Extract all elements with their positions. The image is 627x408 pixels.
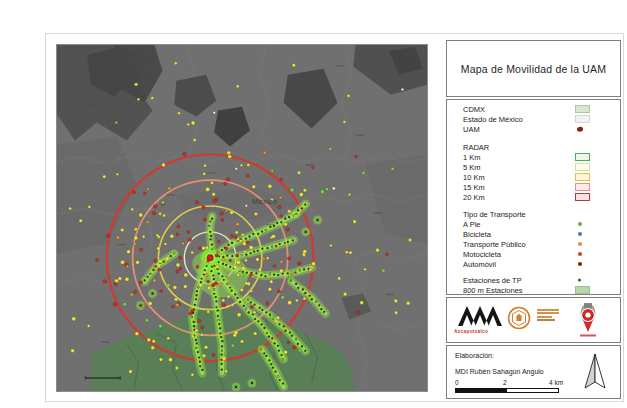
legend-label: Estado de México <box>463 115 523 124</box>
legend-item-a-pie: A Pie <box>447 219 620 229</box>
a-pie-swatch <box>578 222 582 226</box>
mobility-map: México <box>57 45 427 391</box>
lab-emblem-icon <box>507 306 531 330</box>
bicicleta-swatch <box>578 232 582 236</box>
legend-item-radar-15km: 15 Km <box>447 182 620 192</box>
legend-box: CDMX Estado de México UAM RADAR 1 Km 5 K… <box>446 99 621 295</box>
legend-item-transporte-publico: Transporte Público <box>447 239 620 249</box>
legend-item-radar-10km: 10 Km <box>447 172 620 182</box>
north-arrow-icon <box>582 352 608 392</box>
legend-item-motocicleta: Motocicleta <box>447 249 620 259</box>
estaciones-tp-swatch <box>578 279 581 282</box>
uam-logo <box>457 304 503 328</box>
elaboration-box: Elaboración: MDI Rubén Sahagún Angulo 0 … <box>446 345 621 399</box>
map-city-label: México <box>252 197 277 206</box>
motocicleta-swatch <box>578 252 582 256</box>
legend-item-radar-5km: 5 Km <box>447 162 620 172</box>
legend-item-edomex: Estado de México <box>447 114 620 124</box>
legend-item-radar-20km: 20 Km <box>447 192 620 202</box>
legend-header-radar: RADAR <box>447 142 620 152</box>
legend-item-uam: UAM <box>447 124 620 134</box>
radar-5km-swatch <box>575 163 590 171</box>
scale-label-mid: 2 <box>503 379 507 386</box>
transporte-publico-swatch <box>578 242 582 246</box>
scale-label-end: 4 km <box>549 379 563 386</box>
radar-20km-swatch <box>575 193 590 201</box>
legend-header-transport: Tipo de Transporte <box>447 209 620 219</box>
legend-item-automovil: Automóvil <box>447 259 620 269</box>
estaciones-buffer-swatch <box>575 286 590 294</box>
automovil-swatch <box>578 262 582 266</box>
map-canvas: México <box>56 44 428 392</box>
legend-item-cdmx: CDMX <box>447 104 620 114</box>
edomex-swatch <box>575 115 590 123</box>
location-pin-logo <box>575 301 601 339</box>
logos-box: Azcapotzalco <box>446 297 621 343</box>
elaboration-heading: Elaboración: <box>455 352 494 359</box>
uam-marker-swatch <box>577 127 583 132</box>
page-title: Mapa de Movilidad de la UAM <box>461 63 606 75</box>
map-title-box: Mapa de Movilidad de la UAM <box>446 40 621 97</box>
radar-10km-swatch <box>575 173 590 181</box>
legend-item-800m-estaciones: 800 m Estaciones <box>447 285 620 295</box>
scale-bar: 0 2 4 km <box>455 379 567 395</box>
scale-segment-empty <box>507 388 559 393</box>
cdmx-swatch <box>575 105 590 113</box>
legend-item-estaciones-tp: Estaciones de TP <box>447 275 620 285</box>
legend-item-radar-1km: 1 Km <box>447 152 620 162</box>
radar-15km-swatch <box>575 183 590 191</box>
legend-label: UAM <box>463 125 480 134</box>
elaboration-author: MDI Rubén Sahagún Angulo <box>455 368 544 375</box>
legend-item-bicicleta: Bicicleta <box>447 229 620 239</box>
radar-1km-swatch <box>575 153 590 161</box>
lab-emblem-text-lines <box>537 309 559 323</box>
uam-campus-caption: Azcapotzalco <box>454 329 488 334</box>
scale-label-start: 0 <box>455 379 459 386</box>
legend-label: CDMX <box>463 105 485 114</box>
scale-segment-filled <box>455 388 507 393</box>
